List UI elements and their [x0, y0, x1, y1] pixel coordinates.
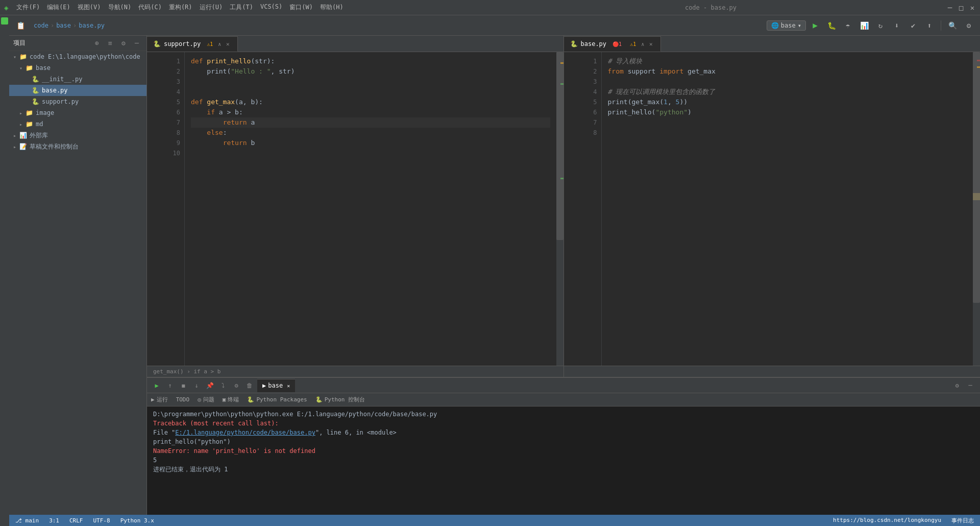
r-code-line-5: print(get_max(1, 5)): [608, 97, 967, 107]
terminal-output[interactable]: D:\programmer\python\python\python.exe E…: [147, 407, 980, 515]
terminal-play-button[interactable]: ▶: [151, 380, 162, 391]
debug-button[interactable]: 🐛: [824, 18, 839, 33]
tree-item-init[interactable]: 🐍 __init__.py: [9, 74, 146, 85]
minimize-button[interactable]: ─: [946, 4, 953, 11]
tree-item-root[interactable]: 📁 code E:\1.language\python\code: [9, 51, 146, 62]
right-gutter: [564, 52, 576, 366]
tree-item-scratch[interactable]: 📝 草稿文件和控制台: [9, 141, 146, 152]
tab-python-console[interactable]: 🐍 Python 控制台: [311, 393, 369, 407]
r-code-line-6: print_hello("python"): [608, 107, 967, 117]
tab-problems[interactable]: ◎ 问题: [193, 393, 218, 407]
tree-item-md[interactable]: 📁 md: [9, 118, 146, 130]
terminal-gear-button[interactable]: ⚙: [951, 380, 963, 391]
right-gutter-6: [564, 103, 576, 113]
terminal-down-button[interactable]: ↓: [191, 380, 202, 391]
output-file-link[interactable]: E:/1.language/python/code/base/base.py: [175, 429, 315, 436]
run-config-selector[interactable]: 🌐 base ▾: [767, 20, 806, 31]
base-tab-close[interactable]: ✕: [647, 40, 654, 47]
close-panel-button[interactable]: ─: [131, 38, 142, 49]
status-event-log[interactable]: 事件日志: [949, 517, 976, 524]
tree-item-support-py[interactable]: 🐍 support.py: [9, 96, 146, 107]
tree-item-image[interactable]: 📁 image: [9, 107, 146, 118]
menu-run[interactable]: 运行(U): [197, 2, 226, 13]
terminal-tab-run[interactable]: ▶ base ✕: [257, 379, 295, 392]
terminal-area: ▶ ↑ ◼ ↓ 📌 ⤵ ⚙ 🗑 ▶ base ✕: [147, 377, 980, 515]
menu-file[interactable]: 文件(F): [13, 2, 43, 13]
status-python[interactable]: Python 3.x: [118, 517, 156, 524]
rerun-button[interactable]: ↻: [873, 18, 888, 33]
left-code-area[interactable]: def print_hello(str): print("Hello : ", …: [185, 52, 556, 366]
project-icon: 📋: [16, 21, 25, 30]
tree-item-base-py[interactable]: 🐍 base.py: [9, 85, 146, 96]
base-py-icon: 🐍: [32, 87, 40, 94]
tree-item-external-libs[interactable]: 📊 外部库: [9, 130, 146, 141]
collapse-all-button[interactable]: ≡: [105, 38, 116, 49]
menu-code[interactable]: 代码(C): [135, 2, 165, 13]
terminal-wrap-button[interactable]: ⤵: [217, 380, 229, 391]
right-scrollbar-thumb[interactable]: [973, 52, 980, 303]
terminal-stop-button[interactable]: ◼: [178, 380, 189, 391]
status-charset[interactable]: UTF-8: [91, 517, 112, 524]
run-button[interactable]: ▶: [808, 18, 822, 33]
left-scrollbar[interactable]: [556, 52, 564, 366]
terminal-label: 终端: [228, 396, 239, 403]
menu-view[interactable]: 视图(V): [75, 2, 104, 13]
menu-edit[interactable]: 编辑(E): [44, 2, 74, 13]
tab-python-packages[interactable]: 🐍 Python Packages: [243, 393, 311, 407]
coverage-button[interactable]: ☂: [841, 18, 855, 33]
right-gutter-8: [564, 124, 576, 134]
menu-refactor[interactable]: 重构(R): [166, 2, 195, 13]
status-line-col[interactable]: 3:1: [47, 517, 61, 524]
panel-toolbar: 项目 ⊕ ≡ ⚙ ─: [9, 36, 146, 51]
git-commit-button[interactable]: ✔: [906, 18, 920, 33]
support-warn-badge: ⚠1: [205, 41, 215, 47]
tree-item-base[interactable]: 📁 base: [9, 62, 146, 74]
tab-terminal[interactable]: ▣ 终端: [218, 393, 243, 407]
external-lib-icon: 📊: [19, 132, 28, 139]
run-tab-icon: ▶: [262, 382, 266, 389]
tab-base-py[interactable]: 🐍 base.py 🔴1 ⚠1 ∧ ✕: [564, 36, 662, 52]
tab-todo[interactable]: TODO: [172, 393, 194, 407]
close-button[interactable]: ✕: [969, 4, 976, 11]
terminal-settings-button[interactable]: ⚙: [231, 380, 242, 391]
tab-run-bottom[interactable]: ▶ 运行: [147, 393, 172, 407]
terminal-trash-button[interactable]: 🗑: [244, 380, 255, 391]
status-crlf[interactable]: CRLF: [67, 517, 85, 524]
right-code-area[interactable]: # 导入模块 from support import get_max # 现在可…: [602, 52, 973, 366]
tab-support-py[interactable]: 🐍 support.py ⚠1 ∧ ✕: [147, 36, 238, 52]
profile-button[interactable]: 📊: [857, 18, 871, 33]
menu-vcs[interactable]: VCS(S): [257, 2, 285, 13]
locate-file-button[interactable]: ⊕: [91, 38, 103, 49]
settings-button[interactable]: ⚙: [962, 18, 976, 33]
left-tab-bar: 🐍 support.py ⚠1 ∧ ✕: [147, 36, 564, 52]
terminal-up-button[interactable]: ↑: [164, 380, 176, 391]
search-button[interactable]: 🔍: [945, 18, 960, 33]
terminal-minimize-button[interactable]: ─: [965, 380, 976, 391]
output-line-4: print_hello("python"): [153, 437, 974, 446]
git-push-button[interactable]: ⬆: [922, 18, 937, 33]
terminal-pin-button[interactable]: 📌: [204, 380, 215, 391]
menu-tools[interactable]: 工具(T): [227, 2, 256, 13]
scrollbar-thumb[interactable]: [556, 52, 564, 240]
menu-navigate[interactable]: 导航(N): [105, 2, 135, 13]
menu-help[interactable]: 帮助(H): [317, 2, 347, 13]
menu-window[interactable]: 窗口(W): [286, 2, 316, 13]
support-tab-close[interactable]: ✕: [224, 40, 231, 47]
status-url[interactable]: https://blog.csdn.net/longkongyu: [831, 517, 943, 524]
maximize-button[interactable]: □: [958, 4, 965, 11]
gutter-2: [147, 62, 159, 73]
run-tab-close[interactable]: ✕: [287, 383, 290, 389]
left-editor-content: 12345 678910 def print_hello(str): print…: [147, 52, 564, 366]
gutter-3: [147, 73, 159, 83]
menu-bar: 文件(F) 编辑(E) 视图(V) 导航(N) 代码(C) 重构(R) 运行(U…: [13, 2, 346, 13]
project-view-button[interactable]: 📋: [13, 18, 28, 33]
right-scrollbar[interactable]: [973, 52, 980, 366]
status-git[interactable]: ⎇ main: [13, 517, 41, 524]
r-code-line-3: [608, 77, 967, 87]
breadcrumb-file[interactable]: base.py: [79, 22, 105, 29]
main-toolbar: 📋 code › base › base.py 🌐 base ▾ ▶ 🐛 ☂ 📊…: [9, 15, 980, 36]
breadcrumb-code[interactable]: code: [34, 22, 48, 29]
breadcrumb-base[interactable]: base: [56, 22, 71, 29]
git-update-button[interactable]: ⬇: [890, 18, 904, 33]
panel-menu-button[interactable]: ⚙: [118, 38, 129, 49]
